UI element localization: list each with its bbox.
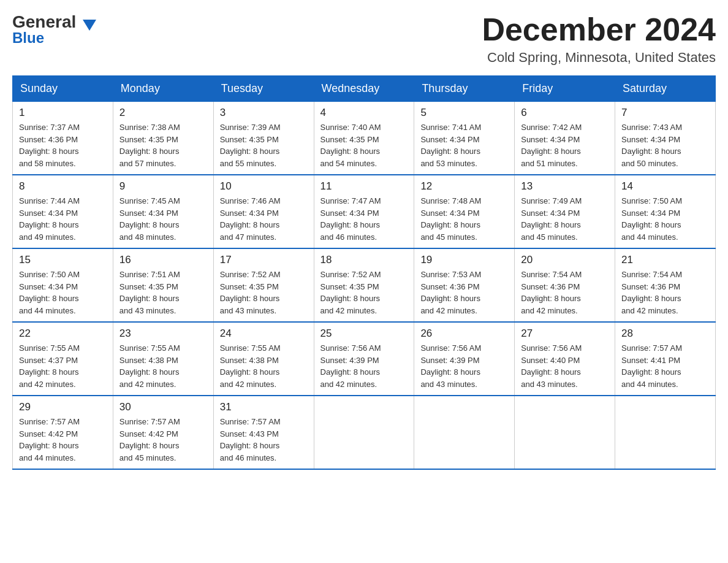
- day-info: Sunrise: 7:40 AM Sunset: 4:35 PM Dayligh…: [320, 121, 408, 169]
- table-row: 2 Sunrise: 7:38 AM Sunset: 4:35 PM Dayli…: [113, 102, 213, 175]
- table-row: [515, 396, 615, 469]
- day-number: 2: [119, 107, 207, 119]
- day-number: 31: [220, 401, 308, 413]
- page-header: General Blue December 2024 Cold Spring, …: [12, 12, 716, 66]
- calendar-week-row: 15 Sunrise: 7:50 AM Sunset: 4:34 PM Dayl…: [13, 248, 716, 322]
- day-info: Sunrise: 7:50 AM Sunset: 4:34 PM Dayligh…: [19, 269, 107, 316]
- day-info: Sunrise: 7:55 AM Sunset: 4:37 PM Dayligh…: [19, 342, 107, 390]
- table-row: 16 Sunrise: 7:51 AM Sunset: 4:35 PM Dayl…: [113, 248, 213, 322]
- day-number: 11: [320, 180, 408, 193]
- day-number: 5: [420, 107, 508, 119]
- day-number: 14: [621, 180, 709, 193]
- day-info: Sunrise: 7:39 AM Sunset: 4:35 PM Dayligh…: [220, 121, 308, 169]
- day-number: 9: [119, 180, 207, 193]
- day-info: Sunrise: 7:57 AM Sunset: 4:42 PM Dayligh…: [119, 416, 207, 464]
- table-row: 31 Sunrise: 7:57 AM Sunset: 4:43 PM Dayl…: [213, 396, 314, 469]
- day-number: 12: [420, 180, 508, 193]
- day-info: Sunrise: 7:52 AM Sunset: 4:35 PM Dayligh…: [220, 269, 308, 316]
- day-number: 21: [621, 254, 709, 266]
- table-row: 1 Sunrise: 7:37 AM Sunset: 4:36 PM Dayli…: [13, 102, 113, 175]
- calendar-table: Sunday Monday Tuesday Wednesday Thursday…: [12, 75, 716, 470]
- day-number: 26: [420, 327, 508, 340]
- day-number: 1: [19, 107, 107, 119]
- day-number: 28: [621, 327, 709, 340]
- table-row: 15 Sunrise: 7:50 AM Sunset: 4:34 PM Dayl…: [13, 248, 113, 322]
- day-number: 17: [220, 254, 308, 266]
- header-sunday: Sunday: [13, 76, 113, 102]
- day-number: 3: [220, 107, 308, 119]
- table-row: 20 Sunrise: 7:54 AM Sunset: 4:36 PM Dayl…: [515, 248, 615, 322]
- table-row: 22 Sunrise: 7:55 AM Sunset: 4:37 PM Dayl…: [13, 322, 113, 396]
- day-number: 25: [320, 327, 408, 340]
- day-info: Sunrise: 7:52 AM Sunset: 4:35 PM Dayligh…: [320, 269, 408, 316]
- table-row: 21 Sunrise: 7:54 AM Sunset: 4:36 PM Dayl…: [615, 248, 716, 322]
- header-tuesday: Tuesday: [213, 76, 314, 102]
- table-row: 7 Sunrise: 7:43 AM Sunset: 4:34 PM Dayli…: [615, 102, 716, 175]
- table-row: 23 Sunrise: 7:55 AM Sunset: 4:38 PM Dayl…: [113, 322, 213, 396]
- day-number: 7: [621, 107, 709, 119]
- day-info: Sunrise: 7:41 AM Sunset: 4:34 PM Dayligh…: [420, 121, 508, 169]
- table-row: 6 Sunrise: 7:42 AM Sunset: 4:34 PM Dayli…: [515, 102, 615, 175]
- day-number: 8: [19, 180, 107, 193]
- day-number: 4: [320, 107, 408, 119]
- header-friday: Friday: [515, 76, 615, 102]
- day-number: 15: [19, 254, 107, 266]
- day-info: Sunrise: 7:55 AM Sunset: 4:38 PM Dayligh…: [119, 342, 207, 390]
- day-info: Sunrise: 7:57 AM Sunset: 4:41 PM Dayligh…: [621, 342, 709, 390]
- day-number: 10: [220, 180, 308, 193]
- table-row: 19 Sunrise: 7:53 AM Sunset: 4:36 PM Dayl…: [414, 248, 515, 322]
- calendar-week-row: 22 Sunrise: 7:55 AM Sunset: 4:37 PM Dayl…: [13, 322, 716, 396]
- day-info: Sunrise: 7:48 AM Sunset: 4:34 PM Dayligh…: [420, 195, 508, 243]
- day-number: 19: [420, 254, 508, 266]
- day-info: Sunrise: 7:57 AM Sunset: 4:43 PM Dayligh…: [220, 416, 308, 464]
- day-number: 6: [521, 107, 609, 119]
- location-subtitle: Cold Spring, Minnesota, United States: [482, 50, 716, 66]
- day-number: 24: [220, 327, 308, 340]
- calendar-week-row: 8 Sunrise: 7:44 AM Sunset: 4:34 PM Dayli…: [13, 175, 716, 248]
- calendar-header-row: Sunday Monday Tuesday Wednesday Thursday…: [13, 76, 716, 102]
- day-number: 23: [119, 327, 207, 340]
- table-row: 24 Sunrise: 7:55 AM Sunset: 4:38 PM Dayl…: [213, 322, 314, 396]
- day-number: 30: [119, 401, 207, 413]
- day-info: Sunrise: 7:43 AM Sunset: 4:34 PM Dayligh…: [621, 121, 709, 169]
- svg-marker-0: [83, 20, 96, 31]
- header-wednesday: Wednesday: [314, 76, 414, 102]
- table-row: 11 Sunrise: 7:47 AM Sunset: 4:34 PM Dayl…: [314, 175, 414, 248]
- header-monday: Monday: [113, 76, 213, 102]
- day-info: Sunrise: 7:45 AM Sunset: 4:34 PM Dayligh…: [119, 195, 207, 243]
- header-thursday: Thursday: [414, 76, 515, 102]
- day-number: 16: [119, 254, 207, 266]
- calendar-week-row: 29 Sunrise: 7:57 AM Sunset: 4:42 PM Dayl…: [13, 396, 716, 469]
- day-number: 18: [320, 254, 408, 266]
- table-row: 18 Sunrise: 7:52 AM Sunset: 4:35 PM Dayl…: [314, 248, 414, 322]
- day-number: 13: [521, 180, 609, 193]
- table-row: [615, 396, 716, 469]
- day-info: Sunrise: 7:57 AM Sunset: 4:42 PM Dayligh…: [19, 416, 107, 464]
- day-info: Sunrise: 7:56 AM Sunset: 4:40 PM Dayligh…: [521, 342, 609, 390]
- logo-arrow-icon: [83, 20, 96, 31]
- header-saturday: Saturday: [615, 76, 716, 102]
- table-row: 3 Sunrise: 7:39 AM Sunset: 4:35 PM Dayli…: [213, 102, 314, 175]
- table-row: 12 Sunrise: 7:48 AM Sunset: 4:34 PM Dayl…: [414, 175, 515, 248]
- table-row: 25 Sunrise: 7:56 AM Sunset: 4:39 PM Dayl…: [314, 322, 414, 396]
- table-row: 8 Sunrise: 7:44 AM Sunset: 4:34 PM Dayli…: [13, 175, 113, 248]
- table-row: 10 Sunrise: 7:46 AM Sunset: 4:34 PM Dayl…: [213, 175, 314, 248]
- day-info: Sunrise: 7:50 AM Sunset: 4:34 PM Dayligh…: [621, 195, 709, 243]
- day-info: Sunrise: 7:56 AM Sunset: 4:39 PM Dayligh…: [420, 342, 508, 390]
- day-info: Sunrise: 7:46 AM Sunset: 4:34 PM Dayligh…: [220, 195, 308, 243]
- table-row: 26 Sunrise: 7:56 AM Sunset: 4:39 PM Dayl…: [414, 322, 515, 396]
- day-info: Sunrise: 7:56 AM Sunset: 4:39 PM Dayligh…: [320, 342, 408, 390]
- day-info: Sunrise: 7:37 AM Sunset: 4:36 PM Dayligh…: [19, 121, 107, 169]
- table-row: [314, 396, 414, 469]
- table-row: [414, 396, 515, 469]
- day-info: Sunrise: 7:55 AM Sunset: 4:38 PM Dayligh…: [220, 342, 308, 390]
- table-row: 27 Sunrise: 7:56 AM Sunset: 4:40 PM Dayl…: [515, 322, 615, 396]
- calendar-week-row: 1 Sunrise: 7:37 AM Sunset: 4:36 PM Dayli…: [13, 102, 716, 175]
- logo: General Blue: [12, 12, 96, 47]
- day-info: Sunrise: 7:54 AM Sunset: 4:36 PM Dayligh…: [621, 269, 709, 316]
- day-number: 20: [521, 254, 609, 266]
- table-row: 17 Sunrise: 7:52 AM Sunset: 4:35 PM Dayl…: [213, 248, 314, 322]
- day-info: Sunrise: 7:54 AM Sunset: 4:36 PM Dayligh…: [521, 269, 609, 316]
- logo-blue-text: Blue: [12, 29, 44, 47]
- day-info: Sunrise: 7:44 AM Sunset: 4:34 PM Dayligh…: [19, 195, 107, 243]
